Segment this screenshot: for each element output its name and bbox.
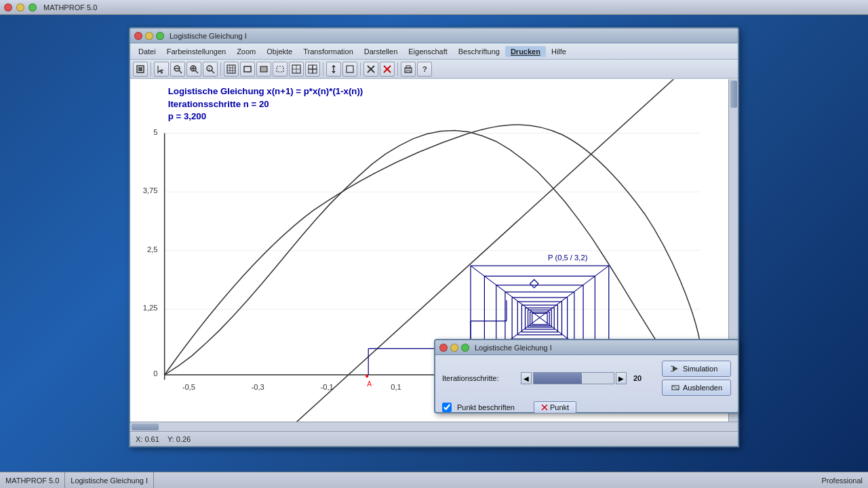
svg-rect-23 — [309, 65, 313, 69]
svg-line-8 — [195, 70, 198, 73]
dialog-title: Logistische Gleichung I — [475, 344, 552, 352]
dialog-close[interactable] — [439, 344, 448, 352]
doc-status-bar: X: 0.61 Y: 0.26 — [130, 431, 738, 446]
svg-text:-0,5: -0,5 — [182, 383, 195, 391]
punkt-button[interactable]: Punkt — [534, 401, 576, 413]
doc-close-button[interactable] — [134, 32, 142, 40]
tb-delete1[interactable] — [363, 62, 378, 77]
tb-dotted[interactable] — [273, 62, 288, 77]
maximize-button[interactable] — [28, 3, 37, 12]
menubar: Datei Farbeinstellungen Zoom Objekte Tra… — [130, 43, 738, 60]
toolbar: 1 — [130, 60, 738, 79]
svg-rect-26 — [313, 69, 317, 73]
doc-titlebar: Logistische Gleichung I — [130, 28, 738, 43]
doc-maximize-button[interactable] — [156, 32, 164, 40]
svg-text:0,1: 0,1 — [391, 383, 401, 391]
tb-box[interactable] — [256, 62, 271, 77]
info-dialog: Logistische Gleichung I Iterationsschrit… — [434, 339, 739, 413]
graph-title-line3: p = 3,200 — [168, 111, 206, 121]
svg-point-59 — [366, 375, 368, 378]
iter-label: Iterationsschritte: — [442, 374, 517, 382]
status-bar: MATHPROF 5.0 Logistische Gleichung I Pro… — [0, 472, 868, 488]
dialog-minimize[interactable] — [450, 344, 458, 352]
minimize-button[interactable] — [16, 3, 24, 12]
tb-grid2[interactable] — [289, 62, 304, 77]
svg-text:2,5: 2,5 — [147, 245, 158, 253]
svg-rect-28 — [347, 66, 353, 73]
app-window: MATHPROF 5.0 MATHPROF 5.0 Logistische Gl… — [0, 0, 868, 488]
iter-decrease[interactable]: ◀ — [521, 372, 532, 384]
tb-grid[interactable] — [224, 62, 239, 77]
iter-row: Iterationsschritte: ◀ ▶ 20 Simulation — [442, 361, 731, 396]
svg-text:A: A — [367, 380, 372, 388]
menu-datei[interactable]: Datei — [133, 46, 161, 57]
graph-title-line2: Iterationsschritte n = 20 — [168, 99, 269, 109]
menu-beschriftung[interactable]: Beschriftung — [453, 46, 505, 57]
coord-display: X: 0.61 Y: 0.26 — [136, 435, 191, 443]
tb-cursor[interactable] — [154, 62, 169, 77]
svg-text:0: 0 — [153, 369, 157, 378]
tb-help[interactable]: ? — [417, 62, 432, 77]
svg-text:?: ? — [422, 65, 427, 73]
info-dialog-titlebar: Logistische Gleichung I — [435, 340, 738, 355]
menu-transformation[interactable]: Transformation — [298, 46, 359, 57]
svg-rect-25 — [309, 69, 313, 73]
app-titlebar: MATHPROF 5.0 — [0, 0, 868, 15]
iter-slider-container: ◀ ▶ — [521, 372, 627, 384]
doc-minimize-button[interactable] — [145, 32, 153, 40]
menu-hilfe[interactable]: Hilfe — [546, 46, 572, 57]
app-title: MATHPROF 5.0 — [43, 3, 97, 12]
menu-objekte[interactable]: Objekte — [261, 46, 298, 57]
dialog-maximize[interactable] — [461, 344, 469, 352]
ausblenden-button[interactable]: Ausblenden — [662, 380, 731, 396]
tb-resize-v[interactable] — [326, 62, 341, 77]
checkbox-label: Punkt beschriften — [457, 403, 515, 411]
iter-value: 20 — [633, 374, 642, 382]
svg-text:-0,3: -0,3 — [252, 383, 264, 391]
tb-zoom-reset[interactable]: 1 — [203, 62, 218, 77]
svg-rect-12 — [227, 65, 235, 73]
iter-increase[interactable]: ▶ — [616, 372, 627, 384]
tb-zoom-out[interactable] — [170, 62, 185, 77]
tb-delete2[interactable] — [380, 62, 395, 77]
close-button[interactable] — [4, 3, 12, 12]
svg-line-4 — [179, 70, 182, 73]
tb-resize-h[interactable] — [342, 62, 357, 77]
svg-rect-19 — [277, 66, 283, 72]
iter-slider-track[interactable] — [533, 372, 614, 384]
svg-text:1,25: 1,25 — [143, 304, 158, 312]
simulation-label: Simulation — [683, 365, 717, 373]
svg-text:5: 5 — [153, 128, 157, 136]
tb-frame[interactable] — [240, 62, 255, 77]
tb-grid3[interactable] — [305, 62, 320, 77]
tb-print[interactable] — [401, 62, 416, 77]
status-app-name: MATHPROF 5.0 — [0, 472, 65, 488]
menu-farbeinstellungen[interactable]: Farbeinstellungen — [161, 46, 231, 57]
svg-line-11 — [212, 70, 214, 73]
doc-title: Logistische Gleichung I — [170, 32, 247, 40]
svg-rect-24 — [313, 65, 317, 69]
punkt-beschriften-checkbox[interactable] — [442, 403, 452, 412]
menu-drucken[interactable]: Drucken — [505, 46, 546, 57]
ausblenden-label: Ausblenden — [683, 384, 722, 392]
svg-text:3,75: 3,75 — [143, 186, 158, 195]
menu-darstellen[interactable]: Darstellen — [359, 46, 403, 57]
status-edition: Professional — [816, 472, 868, 488]
checkbox-row: Punkt beschriften Punkt — [442, 401, 731, 413]
menu-eigenschaft[interactable]: Eigenschaft — [403, 46, 452, 57]
svg-rect-35 — [406, 70, 410, 73]
svg-line-81 — [672, 386, 679, 390]
simulation-button[interactable]: Simulation — [662, 361, 731, 377]
scrollbar-horizontal[interactable] — [130, 422, 738, 431]
menu-zoom[interactable]: Zoom — [231, 46, 261, 57]
info-dialog-body: Iterationsschritte: ◀ ▶ 20 Simulation — [435, 355, 738, 419]
tb-select[interactable] — [133, 62, 148, 77]
graph-title-line1: Logistische Gleichung x(n+1) = p*x(n)*(1… — [168, 86, 363, 96]
svg-rect-17 — [244, 66, 251, 72]
svg-rect-18 — [260, 66, 267, 72]
status-doc-name: Logistische Gleichung I — [65, 472, 154, 488]
svg-text:P (0,5 / 3,2): P (0,5 / 3,2) — [548, 253, 588, 262]
svg-rect-1 — [138, 67, 142, 71]
punkt-label: Punkt — [550, 403, 569, 411]
tb-zoom-in[interactable] — [186, 62, 201, 77]
